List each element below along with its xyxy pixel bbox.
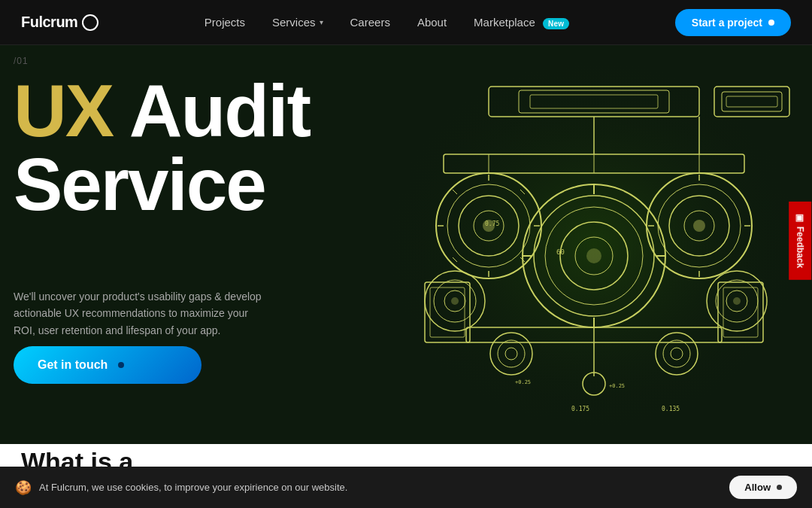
svg-point-48 [451, 297, 459, 305]
svg-point-52 [733, 297, 741, 305]
svg-text:60: 60 [556, 248, 565, 256]
hero-title-audit: Audit [113, 69, 310, 152]
chevron-down-icon: ▾ [320, 18, 323, 26]
get-in-touch-button[interactable]: Get in touch [14, 346, 201, 384]
logo[interactable]: Fulcrum [21, 14, 98, 31]
navbar: Fulcrum Projects Services ▾ Careers Abou… [0, 0, 812, 45]
hero-title-line1: UX Audit [14, 74, 310, 148]
svg-text:0.135: 0.135 [662, 406, 680, 412]
nav-item-services[interactable]: Services ▾ [272, 16, 323, 29]
feedback-tab[interactable]: ▣ Feedback [789, 202, 811, 280]
button-dot-icon [118, 362, 124, 368]
new-badge: New [543, 18, 569, 29]
hero-section: /01 UX Audit Service We'll uncover your … [0, 45, 812, 444]
button-dot-icon [777, 485, 782, 490]
hero-title-ux: UX [14, 69, 113, 152]
svg-text:0.175: 0.175 [571, 406, 589, 412]
hero-subtitle: We'll uncover your product's usability g… [14, 288, 269, 339]
svg-text:0.75: 0.75 [485, 221, 499, 227]
svg-text:+0.25: +0.25 [609, 383, 625, 389]
allow-cookies-button[interactable]: Allow [729, 476, 797, 499]
section-counter: /01 [14, 56, 29, 66]
feedback-label: Feedback [795, 227, 805, 268]
nav-item-careers[interactable]: Careers [350, 16, 390, 29]
nav-item-projects[interactable]: Projects [205, 16, 245, 29]
cookie-message-block: 🍪 At Fulcrum, we use cookies, to improve… [15, 479, 347, 496]
hero-title-block: UX Audit Service [14, 74, 310, 221]
hero-illustration: 60 0.75 0.175 0.135 +0.25 +0.25 [361, 45, 812, 444]
logo-text: Fulcrum [21, 14, 77, 31]
svg-point-40 [693, 220, 705, 232]
svg-point-31 [586, 248, 601, 263]
nav-item-marketplace[interactable]: Marketplace New [474, 16, 569, 29]
logo-icon [82, 14, 98, 31]
svg-text:+0.25: +0.25 [515, 379, 531, 385]
feedback-icon: ▣ [795, 214, 805, 222]
nav-item-about[interactable]: About [417, 16, 447, 29]
nav-menu: Projects Services ▾ Careers About Market… [205, 16, 570, 29]
cookie-message: At Fulcrum, we use cookies, to improve y… [39, 482, 347, 493]
cookie-icon: 🍪 [15, 479, 32, 496]
button-dot-icon [768, 20, 774, 26]
start-project-button[interactable]: Start a project [675, 9, 791, 36]
hero-title-service: Service [14, 148, 310, 221]
cookie-banner: 🍪 At Fulcrum, we use cookies, to improve… [0, 467, 812, 508]
